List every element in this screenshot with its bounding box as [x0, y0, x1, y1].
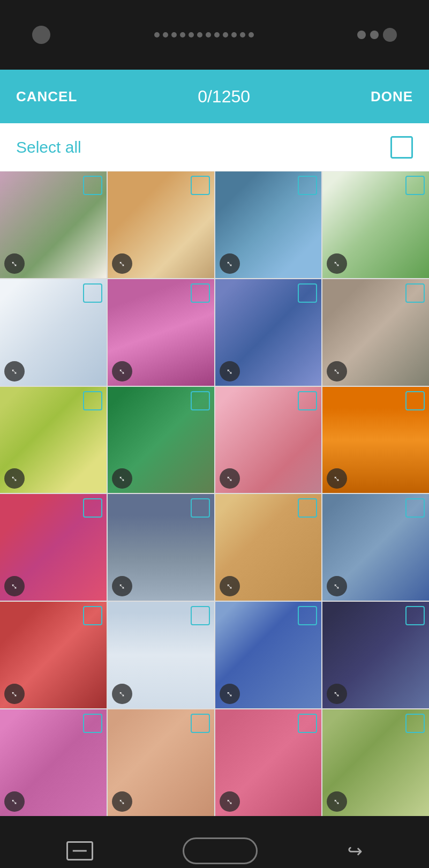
photo-cell-5[interactable]: ↔ — [0, 279, 107, 386]
cell-checkbox-6[interactable] — [191, 283, 210, 303]
home-button[interactable] — [183, 837, 258, 864]
photo-cell-18[interactable]: ↔ — [108, 602, 214, 708]
cell-checkbox-20[interactable] — [405, 606, 425, 625]
photo-cell-17[interactable]: ↔ — [0, 602, 107, 708]
dot5 — [189, 32, 194, 38]
dot4 — [180, 32, 185, 38]
expand-button-24[interactable]: ↔ — [327, 791, 347, 812]
cell-checkbox-19[interactable] — [298, 606, 317, 625]
expand-button-17[interactable]: ↔ — [4, 684, 25, 704]
expand-button-2[interactable]: ↔ — [112, 253, 132, 274]
photo-cell-24[interactable]: ↔ — [322, 709, 429, 816]
expand-button-20[interactable]: ↔ — [327, 684, 347, 704]
photo-cell-15[interactable]: ↔ — [215, 494, 322, 601]
cell-checkbox-22[interactable] — [191, 714, 210, 733]
photo-cell-6[interactable]: ↔ — [108, 279, 214, 386]
expand-icon-14: ↔ — [115, 579, 129, 593]
expand-button-19[interactable]: ↔ — [220, 684, 240, 704]
cell-checkbox-3[interactable] — [298, 176, 317, 195]
select-all-checkbox[interactable] — [390, 136, 413, 159]
cell-checkbox-11[interactable] — [298, 391, 317, 410]
expand-icon-2: ↔ — [115, 257, 129, 270]
photo-cell-23[interactable]: ↔ — [215, 709, 322, 816]
expand-button-22[interactable]: ↔ — [112, 791, 132, 812]
expand-button-4[interactable]: ↔ — [327, 253, 347, 274]
expand-button-21[interactable]: ↔ — [4, 791, 25, 812]
back-icon[interactable]: ↩ — [348, 840, 363, 862]
cell-checkbox-21[interactable] — [83, 714, 102, 733]
expand-icon-21: ↔ — [7, 795, 21, 808]
expand-icon-7: ↔ — [223, 364, 236, 378]
expand-button-5[interactable]: ↔ — [4, 361, 25, 381]
expand-button-6[interactable]: ↔ — [112, 361, 132, 381]
photo-cell-13[interactable]: ↔ — [0, 494, 107, 601]
dot10 — [231, 32, 237, 38]
cell-checkbox-7[interactable] — [298, 283, 317, 303]
menu-icon[interactable] — [66, 841, 93, 860]
expand-button-1[interactable]: ↔ — [4, 253, 25, 274]
photo-cell-12[interactable]: ↔ — [322, 387, 429, 493]
photo-cell-10[interactable]: ↔ — [108, 387, 214, 493]
expand-icon-5: ↔ — [7, 364, 21, 378]
expand-button-14[interactable]: ↔ — [112, 576, 132, 596]
cell-checkbox-18[interactable] — [191, 606, 210, 625]
photo-cell-8[interactable]: ↔ — [322, 279, 429, 386]
cell-checkbox-15[interactable] — [298, 498, 317, 518]
cancel-button[interactable]: CANCEL — [16, 88, 77, 105]
cell-checkbox-23[interactable] — [298, 714, 317, 733]
expand-icon-10: ↔ — [115, 472, 129, 485]
expand-button-13[interactable]: ↔ — [4, 576, 25, 596]
dot11 — [240, 32, 245, 38]
photo-cell-16[interactable]: ↔ — [322, 494, 429, 601]
cell-checkbox-2[interactable] — [191, 176, 210, 195]
photo-cell-9[interactable]: ↔ — [0, 387, 107, 493]
dot7 — [206, 32, 211, 38]
cell-checkbox-10[interactable] — [191, 391, 210, 410]
dot8 — [214, 32, 220, 38]
cell-checkbox-9[interactable] — [83, 391, 102, 410]
expand-icon-17: ↔ — [7, 687, 21, 700]
expand-button-10[interactable]: ↔ — [112, 468, 132, 489]
expand-button-16[interactable]: ↔ — [327, 576, 347, 596]
expand-icon-9: ↔ — [7, 472, 21, 485]
photo-count: 0/1250 — [198, 87, 250, 107]
expand-button-11[interactable]: ↔ — [220, 468, 240, 489]
cell-checkbox-1[interactable] — [83, 176, 102, 195]
dot2 — [163, 32, 168, 38]
cell-checkbox-8[interactable] — [405, 283, 425, 303]
cell-checkbox-24[interactable] — [405, 714, 425, 733]
expand-button-7[interactable]: ↔ — [220, 361, 240, 381]
done-button[interactable]: DONE — [371, 88, 413, 105]
photo-cell-22[interactable]: ↔ — [108, 709, 214, 816]
photo-cell-2[interactable]: ↔ — [108, 171, 214, 278]
cell-checkbox-17[interactable] — [83, 606, 102, 625]
cell-checkbox-5[interactable] — [83, 283, 102, 303]
photo-cell-3[interactable]: ↔ — [215, 171, 322, 278]
photo-cell-21[interactable]: ↔ — [0, 709, 107, 816]
photo-cell-19[interactable]: ↔ — [215, 602, 322, 708]
expand-icon-20: ↔ — [330, 687, 344, 700]
photo-cell-11[interactable]: ↔ — [215, 387, 322, 493]
expand-button-3[interactable]: ↔ — [220, 253, 240, 274]
photo-cell-14[interactable]: ↔ — [108, 494, 214, 601]
select-all-label[interactable]: Select all — [16, 138, 81, 156]
expand-icon-19: ↔ — [223, 687, 236, 700]
cell-checkbox-4[interactable] — [405, 176, 425, 195]
expand-button-23[interactable]: ↔ — [220, 791, 240, 812]
photo-cell-1[interactable]: ↔ — [0, 171, 107, 278]
photo-cell-4[interactable]: ↔ — [322, 171, 429, 278]
dot9 — [223, 32, 228, 38]
cell-checkbox-13[interactable] — [83, 498, 102, 518]
select-all-row: Select all — [0, 123, 429, 171]
expand-button-8[interactable]: ↔ — [327, 361, 347, 381]
cell-checkbox-12[interactable] — [405, 391, 425, 410]
expand-button-15[interactable]: ↔ — [220, 576, 240, 596]
photo-cell-20[interactable]: ↔ — [322, 602, 429, 708]
expand-button-9[interactable]: ↔ — [4, 468, 25, 489]
bottom-nav: ↩ — [0, 816, 429, 869]
photo-cell-7[interactable]: ↔ — [215, 279, 322, 386]
cell-checkbox-16[interactable] — [405, 498, 425, 518]
expand-button-18[interactable]: ↔ — [112, 684, 132, 704]
expand-icon-4: ↔ — [330, 257, 344, 270]
cell-checkbox-14[interactable] — [191, 498, 210, 518]
